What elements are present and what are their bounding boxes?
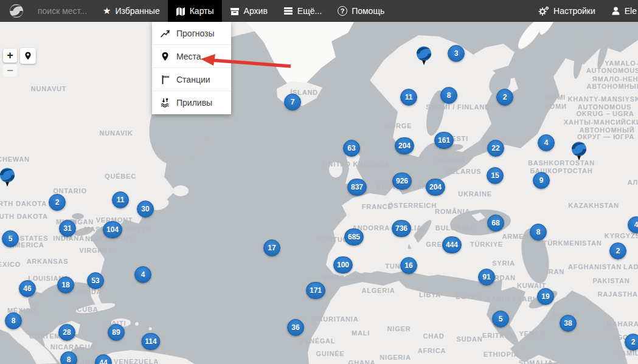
cluster-marker[interactable]: 3 xyxy=(448,45,465,62)
cluster-marker[interactable]: 2 xyxy=(49,194,66,211)
cluster-marker[interactable]: 38 xyxy=(560,315,577,332)
map-icon xyxy=(176,7,186,16)
help-icon: ? xyxy=(338,6,347,16)
cluster-marker[interactable]: 7 xyxy=(284,94,301,111)
cluster-marker[interactable]: 161 xyxy=(434,132,454,149)
cyclone-icon xyxy=(412,46,436,66)
cluster-marker[interactable]: 114 xyxy=(141,333,160,350)
navbar-spacer xyxy=(392,0,530,22)
world-map[interactable]: + − xyxy=(0,22,638,364)
cyclone-icon xyxy=(567,141,591,162)
archive-icon xyxy=(230,7,240,16)
cluster-marker[interactable]: 685 xyxy=(344,228,364,246)
cluster-marker[interactable]: 36 xyxy=(287,319,304,336)
cluster-marker[interactable]: 5 xyxy=(492,311,509,328)
zoom-out-button[interactable]: − xyxy=(3,64,17,77)
nav-help[interactable]: ? Помощь xyxy=(330,0,392,22)
cluster-marker[interactable]: 8 xyxy=(5,312,22,329)
cluster-marker[interactable]: 16 xyxy=(400,257,417,274)
cluster-marker[interactable]: 8 xyxy=(60,351,77,364)
locate-button[interactable] xyxy=(20,48,36,64)
station-flag-icon xyxy=(160,75,170,84)
cluster-marker[interactable]: 8 xyxy=(530,224,547,241)
nav-more[interactable]: Ещё... xyxy=(276,0,330,22)
map-landmasses xyxy=(0,22,638,364)
cluster-marker[interactable]: 18 xyxy=(57,276,74,294)
cyclone-marker[interactable] xyxy=(0,167,19,190)
nav-user[interactable]: Ele xyxy=(603,0,638,22)
cluster-marker[interactable]: 68 xyxy=(487,215,504,232)
search-placeholder: поиск мест... xyxy=(38,6,87,16)
cluster-marker[interactable]: 100 xyxy=(333,256,353,273)
gear-icon xyxy=(538,6,549,16)
zoom-in-button[interactable]: + xyxy=(3,49,17,63)
menu-item-tides[interactable]: Приливы xyxy=(152,91,231,114)
tide-arrows-icon xyxy=(160,98,170,108)
cluster-marker[interactable]: 171 xyxy=(306,282,325,299)
nav-settings[interactable]: Настройки xyxy=(530,0,603,22)
top-navbar: поиск мест... ★ Избранные Карты Архив xyxy=(0,0,638,22)
cluster-marker[interactable]: 22 xyxy=(487,140,504,157)
star-icon: ★ xyxy=(103,5,111,16)
cluster-marker[interactable]: 11 xyxy=(112,191,129,208)
cluster-marker[interactable]: 5 xyxy=(2,230,19,247)
menu-item-places[interactable]: Места xyxy=(152,45,231,68)
cluster-marker[interactable]: 11 xyxy=(400,89,417,106)
app-logo[interactable] xyxy=(0,0,32,22)
cluster-marker[interactable]: 63 xyxy=(343,140,360,157)
cluster-marker[interactable]: 30 xyxy=(137,201,154,218)
cluster-marker[interactable]: 736 xyxy=(392,220,411,237)
user-icon xyxy=(611,6,620,16)
cluster-marker[interactable]: 4 xyxy=(134,266,151,283)
cluster-marker[interactable]: 2 xyxy=(625,334,638,351)
map-pin-icon xyxy=(160,52,170,61)
location-pin-icon xyxy=(24,51,32,61)
cluster-marker[interactable]: 19 xyxy=(537,288,554,305)
cluster-marker[interactable]: 2 xyxy=(609,242,626,259)
cluster-marker[interactable]: 444 xyxy=(442,236,462,253)
menu-icon xyxy=(283,7,293,15)
nav-archive[interactable]: Архив xyxy=(222,0,276,22)
forecast-line-icon xyxy=(160,29,170,38)
cluster-marker[interactable]: 204 xyxy=(426,179,445,196)
cluster-marker[interactable]: 91 xyxy=(478,269,495,286)
cluster-marker[interactable]: 89 xyxy=(108,324,125,341)
cluster-marker[interactable]: 8 xyxy=(440,87,457,104)
cluster-marker[interactable]: 46 xyxy=(19,280,36,297)
cluster-marker[interactable]: 837 xyxy=(347,179,367,196)
cyclone-icon xyxy=(0,167,19,188)
cluster-marker[interactable]: 926 xyxy=(392,173,412,190)
maps-dropdown-menu: Прогнозы Места Станции Приливы xyxy=(152,22,231,114)
cluster-marker[interactable]: 104 xyxy=(103,221,122,238)
nav-maps[interactable]: Карты xyxy=(168,0,222,22)
menu-item-stations[interactable]: Станции xyxy=(152,68,231,91)
cluster-marker[interactable]: 2 xyxy=(496,89,513,106)
cluster-marker[interactable]: 17 xyxy=(263,239,280,256)
cluster-marker[interactable]: 15 xyxy=(487,167,504,184)
cyclone-marker[interactable] xyxy=(567,141,591,164)
cluster-marker[interactable]: 31 xyxy=(59,220,76,237)
cluster-marker[interactable]: 4 xyxy=(538,134,555,151)
cluster-marker[interactable]: 9 xyxy=(533,172,550,189)
cyclone-marker[interactable] xyxy=(412,46,436,69)
cluster-marker[interactable]: 53 xyxy=(87,272,104,289)
cluster-marker[interactable]: 28 xyxy=(58,324,75,341)
search-input[interactable]: поиск мест... xyxy=(32,0,95,22)
cyclone-logo-icon xyxy=(5,2,28,20)
cluster-marker[interactable]: 204 xyxy=(395,137,414,154)
nav-favorites[interactable]: ★ Избранные xyxy=(95,0,168,22)
menu-item-forecasts[interactable]: Прогнозы xyxy=(152,22,231,45)
